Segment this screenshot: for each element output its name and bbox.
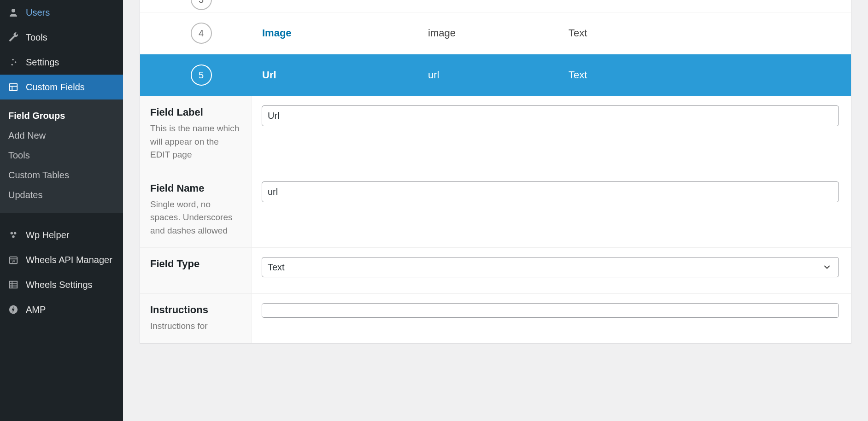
setting-row-field-name: Field Name Single word, no spaces. Under… (140, 172, 851, 248)
sidebar-item-wheels-settings[interactable]: Wheels Settings (0, 272, 123, 297)
layout-icon (7, 81, 19, 93)
field-type-select[interactable]: Text (262, 257, 839, 277)
setting-title: Field Name (150, 182, 241, 194)
field-name-input[interactable] (262, 181, 839, 202)
sidebar-item-label: Tools (26, 32, 47, 43)
svg-point-2 (15, 61, 17, 63)
sidebar-item-wheels-api[interactable]: W Wheels API Manager (0, 247, 123, 272)
svg-rect-4 (10, 84, 18, 91)
submenu-item-updates[interactable]: Updates (0, 185, 123, 205)
sidebar-item-tools[interactable]: Tools (0, 25, 123, 50)
wrench-icon (7, 31, 19, 43)
svg-point-1 (12, 59, 14, 61)
sidebar-item-label: Settings (26, 57, 59, 68)
field-row[interactable]: 3 (140, 0, 851, 12)
sidebar-item-label: Wp Helper (26, 230, 69, 240)
sidebar-item-label: AMP (26, 304, 46, 315)
sidebar-item-custom-fields[interactable]: Custom Fields (0, 75, 123, 99)
svg-rect-13 (10, 281, 18, 288)
dots-icon (7, 229, 19, 241)
setting-title: Field Type (150, 258, 241, 270)
svg-text:W: W (12, 259, 15, 263)
field-label-input[interactable] (262, 105, 839, 126)
sidebar-item-label: Users (26, 7, 50, 18)
field-row-active[interactable]: 5 Url url Text (140, 54, 851, 96)
svg-point-3 (11, 64, 13, 66)
field-settings: Field Label This is the name which will … (140, 96, 851, 343)
sidebar-item-users[interactable]: Users (0, 0, 123, 25)
calendar-icon: W (7, 254, 19, 266)
amp-icon (7, 304, 19, 316)
user-icon (7, 6, 19, 18)
sidebar-item-label: Wheels API Manager (26, 255, 112, 265)
svg-point-7 (11, 232, 13, 235)
setting-description: Instructions for (150, 320, 241, 333)
field-order-badge[interactable]: 3 (191, 0, 212, 10)
admin-sidebar: Users Tools Settings Custom Fields Field… (0, 0, 123, 421)
sidebar-item-label: Custom Fields (26, 82, 85, 93)
field-label-link[interactable]: Image (262, 27, 292, 39)
svg-point-8 (14, 232, 16, 235)
sidebar-item-label: Wheels Settings (26, 280, 93, 290)
sliders-icon (7, 56, 19, 68)
setting-title: Field Label (150, 106, 241, 118)
field-name-cell: url (428, 69, 569, 81)
field-group-panel: 3 4 Image image Text 5 Url url Text (140, 0, 851, 344)
setting-row-instructions: Instructions Instructions for (140, 294, 851, 343)
main-content: 3 4 Image image Text 5 Url url Text (123, 0, 868, 421)
field-type-cell: Text (569, 69, 851, 81)
field-type-cell: Text (569, 27, 851, 39)
svg-point-9 (12, 235, 15, 238)
sidebar-item-amp[interactable]: AMP (0, 297, 123, 322)
field-order-badge[interactable]: 4 (191, 23, 212, 44)
submenu-item-add-new[interactable]: Add New (0, 126, 123, 146)
svg-point-0 (12, 9, 15, 12)
field-label-link[interactable]: Url (262, 69, 276, 81)
setting-description: Single word, no spaces. Underscores and … (150, 198, 241, 238)
menu-separator (0, 213, 123, 222)
submenu-item-field-groups[interactable]: Field Groups (0, 106, 123, 126)
setting-row-field-label: Field Label This is the name which will … (140, 96, 851, 172)
sidebar-item-settings[interactable]: Settings (0, 50, 123, 75)
sidebar-submenu-custom-fields: Field Groups Add New Tools Custom Tables… (0, 99, 123, 213)
instructions-input[interactable] (262, 303, 839, 318)
field-row[interactable]: 4 Image image Text (140, 12, 851, 54)
submenu-item-tools[interactable]: Tools (0, 146, 123, 165)
setting-row-field-type: Field Type Text (140, 248, 851, 294)
sidebar-item-wp-helper[interactable]: Wp Helper (0, 222, 123, 247)
setting-title: Instructions (150, 304, 241, 316)
field-order-badge[interactable]: 5 (191, 64, 212, 86)
field-name-cell: image (428, 27, 569, 39)
setting-description: This is the name which will appear on th… (150, 122, 241, 162)
grid-icon (7, 279, 19, 291)
submenu-item-custom-tables[interactable]: Custom Tables (0, 165, 123, 185)
